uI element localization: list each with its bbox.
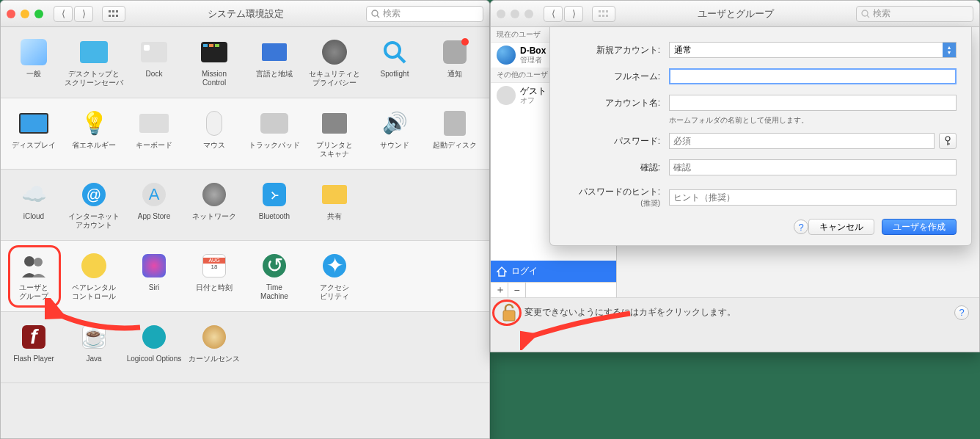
forward-button[interactable]: ⟩ [74, 6, 93, 22]
accountname-input[interactable] [669, 95, 957, 111]
pref-item[interactable]: AApp Store [124, 175, 184, 231]
pref-item[interactable]: 🔊サウンド [365, 104, 425, 160]
pref-label: キーボード [136, 141, 172, 160]
pref-item[interactable]: 通知 [425, 33, 485, 89]
login-options[interactable]: ログイ [491, 261, 616, 282]
hint-input[interactable] [669, 189, 957, 206]
pref-label: セキュリティとプライバシー [309, 70, 360, 89]
pref-item[interactable]: ᚛Bluetooth [244, 175, 304, 231]
pref-label: Java [86, 355, 101, 374]
help-button[interactable]: ? [954, 305, 969, 320]
pref-item[interactable]: Dock [124, 33, 184, 89]
search-placeholder: 検索 [873, 7, 891, 20]
create-user-button[interactable]: ユーザを作成 [882, 219, 957, 235]
show-all-button[interactable] [102, 6, 125, 22]
svg-rect-16 [602, 15, 604, 17]
confirm-label: 確認: [565, 162, 660, 174]
pref-item[interactable]: ☕Java [64, 318, 124, 374]
pref-row: ディスプレイ💡省エネルギーキーボードマウストラックパッドプリンタとスキャナ🔊サウ… [1, 98, 489, 170]
pref-icon: ᚛ [260, 180, 289, 209]
user-info: D-Box 管理者 [520, 46, 546, 64]
pref-item[interactable]: マウス [184, 104, 244, 160]
svg-line-19 [867, 15, 869, 18]
pref-icon: @ [79, 180, 109, 209]
pref-item[interactable]: プリンタとスキャナ [304, 104, 365, 160]
traffic-lights [497, 10, 533, 18]
pref-item[interactable]: 言語と地域 [244, 33, 304, 89]
traffic-lights [7, 10, 43, 18]
password-input[interactable] [669, 133, 935, 149]
nav-buttons: ⟨ ⟩ [54, 6, 93, 22]
avatar-icon [497, 46, 516, 65]
pref-label: App Store [138, 212, 170, 231]
guest-status: オフ [520, 96, 546, 104]
svg-rect-1 [112, 10, 114, 12]
pref-icon [139, 37, 169, 67]
pref-icon [139, 251, 169, 280]
pref-item[interactable]: MissionControl [184, 33, 244, 89]
fullname-input[interactable] [669, 68, 957, 84]
pref-item[interactable]: Siri [124, 247, 184, 302]
svg-point-6 [372, 10, 378, 16]
pref-item[interactable]: デスクトップとスクリーンセーバ [64, 33, 124, 89]
pref-item[interactable]: @インターネットアカウント [64, 175, 124, 231]
svg-rect-17 [606, 15, 608, 17]
pref-icon: 🔊 [380, 109, 409, 138]
pref-item[interactable]: ↺TimeMachine [244, 247, 304, 302]
pref-item[interactable]: 一般 [4, 33, 64, 89]
close-button[interactable] [7, 10, 15, 18]
titlebar: ⟨ ⟩ ユーザとグループ 検索 [491, 1, 979, 27]
pref-item[interactable]: カーソルセンス [184, 318, 244, 374]
pref-icon: ↺ [260, 251, 289, 280]
pref-item[interactable]: 起動ディスク [425, 104, 485, 160]
avatar-icon [497, 86, 516, 105]
show-all-button[interactable] [592, 6, 615, 22]
hint-label: パスワードのヒント:(推奨) [565, 186, 660, 208]
user-info: ゲスト オフ [520, 87, 546, 104]
forward-button[interactable]: ⟩ [564, 6, 583, 22]
pref-item[interactable]: 💡省エネルギー [64, 104, 124, 160]
svg-point-18 [862, 10, 868, 16]
password-label: パスワード: [565, 135, 660, 148]
back-button[interactable]: ⟨ [54, 6, 73, 22]
pref-icon [440, 109, 469, 138]
pref-item[interactable]: AUG18日付と時刻 [184, 247, 244, 302]
minimize-button[interactable] [21, 10, 29, 18]
pref-item[interactable]: ネットワーク [184, 175, 244, 231]
account-type-select[interactable]: 通常 ▲▼ [669, 42, 957, 58]
search-field[interactable]: 検索 [366, 6, 483, 22]
lock-message: 変更できないようにするにはカギをクリックします。 [524, 306, 736, 319]
close-button[interactable] [497, 10, 505, 18]
pref-item[interactable]: ディスプレイ [4, 104, 64, 160]
pref-label: 通知 [447, 70, 462, 89]
svg-rect-4 [112, 15, 114, 17]
pref-item[interactable]: 共有 [304, 175, 365, 231]
pref-icon [139, 322, 169, 352]
pref-icon: ☕ [79, 322, 109, 352]
pref-item[interactable]: セキュリティとプライバシー [304, 33, 365, 89]
password-assistant-button[interactable] [939, 133, 957, 149]
back-button[interactable]: ⟨ [544, 6, 563, 22]
pref-item[interactable]: ユーザとグループ [4, 247, 64, 302]
pref-label: ユーザとグループ [19, 283, 48, 302]
pref-item[interactable]: Spotlight [365, 33, 425, 89]
pref-item[interactable]: トラックパッド [244, 104, 304, 160]
zoom-button[interactable] [524, 10, 533, 18]
minimize-button[interactable] [511, 10, 519, 18]
cancel-button[interactable]: キャンセル [808, 219, 874, 235]
pref-item[interactable]: ✦アクセシビリティ [304, 247, 365, 302]
confirm-input[interactable] [669, 159, 957, 175]
pref-item[interactable]: キーボード [124, 104, 184, 160]
pref-item[interactable]: Logicool Options [124, 318, 184, 374]
pref-item[interactable]: ☁️iCloud [4, 175, 64, 231]
pref-item[interactable]: ペアレンタルコントロール [64, 247, 124, 302]
search-field[interactable]: 検索 [856, 6, 973, 22]
remove-user-button[interactable]: − [508, 283, 526, 297]
add-user-button[interactable]: ＋ [491, 283, 508, 297]
help-button[interactable]: ? [794, 220, 808, 234]
pref-icon [200, 180, 229, 209]
pref-label: インターネットアカウント [68, 212, 120, 231]
key-icon [944, 136, 951, 146]
zoom-button[interactable] [34, 10, 43, 18]
pref-item[interactable]: fFlash Player [4, 318, 64, 374]
